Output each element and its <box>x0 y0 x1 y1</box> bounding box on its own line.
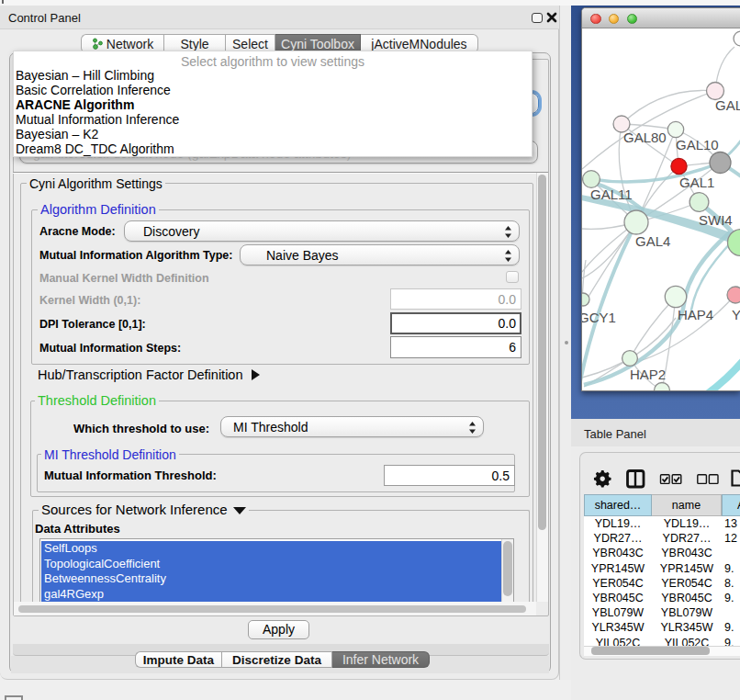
svg-text:GAL11: GAL11 <box>590 186 633 202</box>
svg-text:HAP2: HAP2 <box>630 367 666 382</box>
svg-text:GAL80: GAL80 <box>623 130 667 145</box>
svg-text:YE: YE <box>732 307 740 322</box>
svg-text:SWI4: SWI4 <box>699 212 733 228</box>
svg-text:HAP4: HAP4 <box>678 307 713 322</box>
svg-text:GAL10: GAL10 <box>676 137 719 152</box>
svg-text:GCY1: GCY1 <box>582 310 616 325</box>
svg-text:GAL4: GAL4 <box>635 233 670 249</box>
svg-text:GAL2: GAL2 <box>715 97 740 113</box>
svg-text:GAL1: GAL1 <box>679 175 714 190</box>
